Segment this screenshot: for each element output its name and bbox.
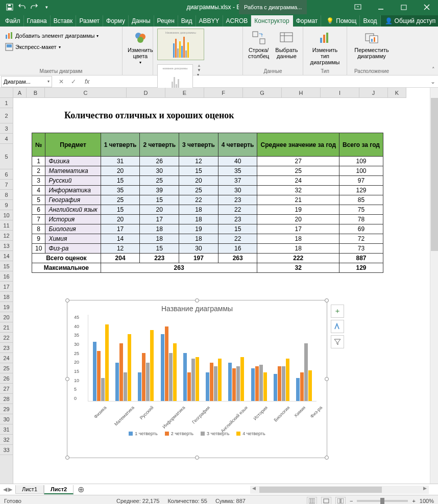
- page-break-view[interactable]: [335, 497, 346, 505]
- styles-scroll-up[interactable]: ▲: [197, 63, 201, 68]
- row-headers[interactable]: 1234567891011121314151617181920212223242…: [0, 98, 13, 484]
- chart-tools-tab: Работа с диаграмма...: [239, 0, 307, 14]
- ribbon-tabs: Файл Главна Вставк Размет Форму Данны Ре…: [0, 14, 438, 27]
- svg-rect-30: [337, 498, 340, 503]
- formula-input[interactable]: [92, 78, 428, 85]
- svg-rect-24: [371, 39, 373, 42]
- add-sheet-button[interactable]: ⊕: [74, 485, 88, 494]
- tab-layout[interactable]: Размет: [76, 15, 103, 27]
- expand-formula-bar[interactable]: ⌄: [428, 78, 438, 85]
- group-layouts-label: Макеты диаграмм: [3, 67, 119, 75]
- cells-area[interactable]: Количество отличных и хороших оценок №Пр…: [13, 98, 438, 484]
- switch-icon: [251, 30, 267, 46]
- ribbon-display-options[interactable]: [346, 0, 369, 14]
- add-chart-element[interactable]: Добавить элемент диаграммы ▾: [3, 31, 101, 41]
- svg-rect-3: [355, 5, 361, 9]
- svg-rect-15: [260, 39, 265, 44]
- tab-view[interactable]: Вид: [178, 15, 196, 27]
- accept-formula[interactable]: ✓: [67, 77, 80, 87]
- styles-scroll-down[interactable]: ▼: [197, 68, 201, 72]
- titlebar: ▾ диаграммы.xlsx - Excel Работа с диагра…: [0, 0, 438, 14]
- status-ready: Готово: [4, 498, 21, 504]
- group-type-label: Тип: [306, 67, 344, 75]
- change-chart-type[interactable]: Изменить тип диаграммы: [306, 28, 344, 67]
- sign-in[interactable]: Вход: [360, 15, 380, 27]
- horizontal-scrollbar[interactable]: ◀ ▶: [250, 486, 429, 494]
- sheet-nav-prev[interactable]: ◀: [3, 486, 7, 493]
- person-icon: 👤: [385, 17, 393, 24]
- chart-plot-area[interactable]: 051015202530354045: [88, 315, 317, 401]
- tab-design[interactable]: Конструктор: [251, 15, 293, 27]
- zoom-out[interactable]: −: [350, 498, 353, 504]
- redo-button[interactable]: [29, 2, 40, 13]
- svg-rect-29: [324, 499, 329, 503]
- tab-format[interactable]: Формат: [293, 15, 322, 27]
- zoom-level[interactable]: 100%: [420, 498, 434, 504]
- chart-elements-button[interactable]: ＋: [331, 305, 344, 318]
- svg-rect-14: [253, 32, 258, 37]
- normal-view[interactable]: [307, 497, 317, 505]
- change-colors[interactable]: Изменить цвета▾: [126, 28, 155, 67]
- column-headers[interactable]: ABCDEFGHIJK: [13, 88, 406, 98]
- move-chart[interactable]: Переместить диаграмму: [350, 28, 393, 61]
- styles-more[interactable]: ▾: [197, 72, 201, 77]
- status-sum: Сумма: 887: [215, 498, 246, 504]
- ribbon: Добавить элемент диаграммы ▾ Экспресс-ма…: [0, 27, 438, 75]
- svg-rect-25: [374, 37, 375, 42]
- page-layout-view[interactable]: [321, 497, 331, 505]
- minimize-button[interactable]: [369, 0, 392, 14]
- worksheet-grid[interactable]: ABCDEFGHIJK 1234567891011121314151617181…: [0, 88, 438, 484]
- svg-rect-26: [309, 498, 315, 503]
- close-button[interactable]: [415, 0, 438, 14]
- sheet-tab-bar: ◀ ▶ Лист1 Лист2 ⊕ ◀ ▶: [0, 484, 438, 495]
- tab-file[interactable]: Файл: [2, 15, 24, 27]
- svg-rect-8: [11, 32, 12, 39]
- chart-styles-button[interactable]: [331, 320, 344, 333]
- share-button[interactable]: 👤Общий доступ: [381, 15, 438, 27]
- collapse-ribbon[interactable]: ˄: [432, 66, 435, 73]
- table-title: Количество отличных и хороших оценок: [64, 110, 234, 121]
- tab-data[interactable]: Данны: [129, 15, 154, 27]
- select-data[interactable]: Выбрать данные: [273, 28, 300, 61]
- chart-filters-button[interactable]: [331, 335, 344, 348]
- switch-row-col[interactable]: Строка/ столбец: [246, 28, 271, 61]
- chart-title[interactable]: Название диаграммы: [67, 300, 327, 315]
- svg-rect-6: [6, 35, 7, 39]
- sheet-nav-next[interactable]: ▶: [8, 486, 12, 493]
- tab-formulas[interactable]: Форму: [103, 15, 129, 27]
- chart-object[interactable]: Название диаграммы 051015202530354045 Фи…: [67, 300, 327, 458]
- undo-button[interactable]: [16, 2, 28, 13]
- group-data-label: Данные: [246, 67, 300, 75]
- status-average: Среднее: 22,175: [116, 498, 159, 504]
- svg-rect-31: [341, 498, 344, 503]
- svg-rect-7: [8, 33, 10, 39]
- zoom-in[interactable]: +: [412, 498, 415, 504]
- sheet-tab-1[interactable]: Лист1: [15, 485, 44, 494]
- name-box[interactable]: Диаграм...▾: [1, 76, 52, 87]
- data-table: №Предмет1 четверть2 четверть3 четверть4 …: [32, 133, 383, 273]
- tab-abbyy[interactable]: ABBYY: [196, 15, 223, 27]
- select-all-corner[interactable]: [0, 88, 13, 98]
- svg-rect-16: [280, 33, 293, 42]
- chart-style-1[interactable]: Название диаграммы: [157, 29, 204, 60]
- qat-customize[interactable]: ▾: [41, 2, 52, 13]
- svg-point-13: [137, 37, 143, 43]
- chart-type-icon: [317, 30, 333, 46]
- svg-rect-1: [8, 8, 12, 10]
- zoom-slider[interactable]: [357, 500, 408, 502]
- status-bar: Готово Среднее: 22,175 Количество: 55 Су…: [0, 495, 438, 504]
- status-count: Количество: 55: [167, 498, 207, 504]
- tab-review[interactable]: Рецен: [154, 15, 178, 27]
- maximize-button[interactable]: [392, 0, 415, 14]
- cancel-formula[interactable]: ✕: [55, 77, 67, 87]
- tab-acrobat[interactable]: ACROB: [223, 15, 252, 27]
- tab-home[interactable]: Главна: [24, 15, 51, 27]
- tab-insert[interactable]: Вставк: [51, 15, 77, 27]
- fx-label[interactable]: fx: [82, 78, 92, 85]
- tell-me[interactable]: 💡Помощ: [323, 15, 360, 27]
- quick-layout[interactable]: Экспресс-макет ▾: [3, 42, 63, 52]
- chart-element-icon: [5, 32, 13, 40]
- vertical-scrollbar[interactable]: [430, 88, 438, 484]
- save-button[interactable]: [4, 2, 15, 13]
- sheet-tab-2[interactable]: Лист2: [44, 485, 74, 494]
